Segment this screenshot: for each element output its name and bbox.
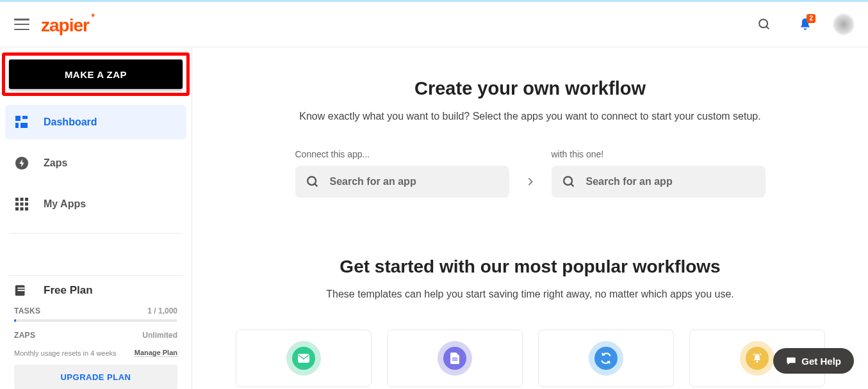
tasks-label: TASKS bbox=[14, 306, 40, 315]
header: zapier * 2 bbox=[0, 2, 868, 47]
avatar[interactable] bbox=[833, 14, 854, 35]
zaps-icon bbox=[14, 155, 29, 171]
svg-line-28 bbox=[759, 354, 760, 355]
workflow-card[interactable] bbox=[538, 329, 674, 387]
svg-rect-10 bbox=[15, 203, 19, 206]
svg-rect-14 bbox=[20, 207, 24, 210]
bell-icon bbox=[746, 347, 769, 370]
sidebar-item-label: Dashboard bbox=[44, 116, 97, 128]
sidebar-item-myapps[interactable]: My Apps bbox=[5, 187, 186, 221]
get-help-button[interactable]: Get Help bbox=[773, 348, 854, 374]
svg-rect-2 bbox=[15, 116, 20, 121]
svg-rect-8 bbox=[20, 198, 24, 201]
sidebar-item-dashboard[interactable]: Dashboard bbox=[5, 105, 186, 139]
svg-rect-12 bbox=[25, 203, 28, 206]
svg-rect-23 bbox=[298, 354, 309, 363]
mail-icon bbox=[292, 347, 315, 370]
svg-rect-9 bbox=[25, 198, 28, 201]
logo[interactable]: zapier * bbox=[41, 13, 89, 36]
svg-line-20 bbox=[315, 184, 317, 186]
plan-icon bbox=[14, 283, 28, 298]
make-zap-button[interactable]: MAKE A ZAP bbox=[9, 60, 183, 89]
sidebar: MAKE A ZAP Dashboard Zaps My Apps bbox=[0, 47, 192, 389]
zaps-label: ZAPS bbox=[14, 331, 35, 340]
search-icon bbox=[757, 17, 771, 31]
svg-point-26 bbox=[756, 361, 758, 363]
svg-rect-7 bbox=[15, 198, 19, 201]
help-label: Get Help bbox=[801, 356, 841, 367]
menu-icon[interactable] bbox=[14, 19, 29, 30]
svg-rect-17 bbox=[18, 287, 25, 289]
sidebar-item-zaps[interactable]: Zaps bbox=[5, 146, 186, 180]
svg-line-27 bbox=[753, 354, 755, 355]
star-icon: * bbox=[91, 12, 94, 22]
svg-line-22 bbox=[571, 184, 573, 186]
chevron-right-icon bbox=[521, 177, 540, 187]
tasks-value: 1 / 1,000 bbox=[147, 306, 177, 315]
dashboard-icon bbox=[14, 115, 29, 130]
upgrade-plan-button[interactable]: UPGRADE PLAN bbox=[14, 365, 177, 389]
notifications-button[interactable]: 2 bbox=[792, 12, 818, 37]
make-zap-highlight: MAKE A ZAP bbox=[2, 52, 190, 96]
header-search-button[interactable] bbox=[751, 12, 777, 37]
logo-text: zapier bbox=[41, 15, 89, 35]
connect-app-left-input[interactable] bbox=[295, 166, 509, 198]
popular-heading: Get started with our most popular workfl… bbox=[218, 257, 842, 277]
svg-point-0 bbox=[759, 19, 767, 28]
tasks-progress bbox=[14, 319, 177, 322]
svg-rect-11 bbox=[20, 203, 24, 206]
page-subtitle: Know exactly what you want to build? Sel… bbox=[218, 111, 842, 122]
svg-rect-3 bbox=[22, 116, 28, 119]
plan-section: Free Plan TASKS 1 / 1,000 ZAPS Unlimited… bbox=[0, 276, 192, 389]
connect-app-right-field[interactable] bbox=[586, 176, 755, 187]
svg-point-19 bbox=[307, 177, 316, 185]
svg-rect-15 bbox=[25, 207, 28, 210]
popular-subtitle: These templates can help you start savin… bbox=[218, 289, 842, 300]
main-content: Create your own workflow Know exactly wh… bbox=[192, 47, 868, 389]
workflow-card[interactable] bbox=[236, 329, 372, 387]
chat-icon bbox=[786, 356, 796, 366]
search-icon bbox=[562, 175, 576, 189]
svg-line-1 bbox=[766, 26, 769, 29]
svg-rect-13 bbox=[15, 207, 19, 210]
manage-plan-link[interactable]: Manage Plan bbox=[135, 349, 177, 357]
reset-text: Monthly usage resets in 4 weeks bbox=[14, 349, 117, 357]
search-icon bbox=[306, 175, 320, 189]
svg-rect-18 bbox=[18, 290, 25, 291]
zaps-value: Unlimited bbox=[142, 331, 177, 340]
svg-point-21 bbox=[564, 177, 572, 185]
workflow-card[interactable] bbox=[387, 329, 523, 387]
svg-rect-25 bbox=[452, 360, 457, 361]
svg-rect-5 bbox=[20, 123, 28, 128]
document-icon bbox=[443, 347, 466, 370]
sidebar-item-label: Zaps bbox=[44, 157, 67, 169]
apps-icon bbox=[14, 196, 29, 212]
connect-left-label: Connect this app... bbox=[295, 149, 509, 159]
sync-icon bbox=[594, 347, 618, 370]
svg-rect-4 bbox=[15, 123, 19, 128]
notification-badge: 2 bbox=[807, 14, 815, 23]
svg-rect-24 bbox=[452, 358, 457, 359]
connect-app-left-field[interactable] bbox=[330, 176, 499, 187]
page-title: Create your own workflow bbox=[218, 78, 842, 99]
sidebar-item-label: My Apps bbox=[44, 198, 86, 210]
connect-app-right-input[interactable] bbox=[552, 166, 766, 198]
connect-right-label: with this one! bbox=[552, 149, 766, 159]
plan-title: Free Plan bbox=[44, 284, 93, 297]
